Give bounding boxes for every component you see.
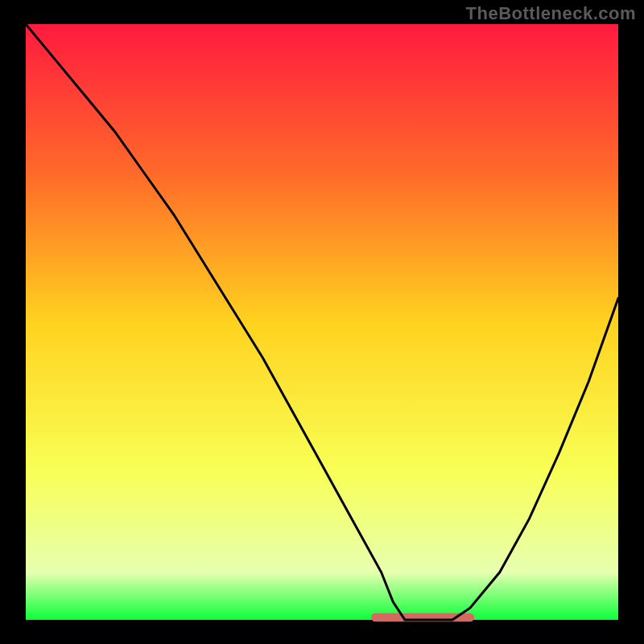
watermark-text: TheBottleneck.com — [466, 3, 636, 24]
plot-background — [26, 24, 618, 620]
bottleneck-chart — [0, 0, 644, 644]
chart-frame: TheBottleneck.com — [0, 0, 644, 644]
